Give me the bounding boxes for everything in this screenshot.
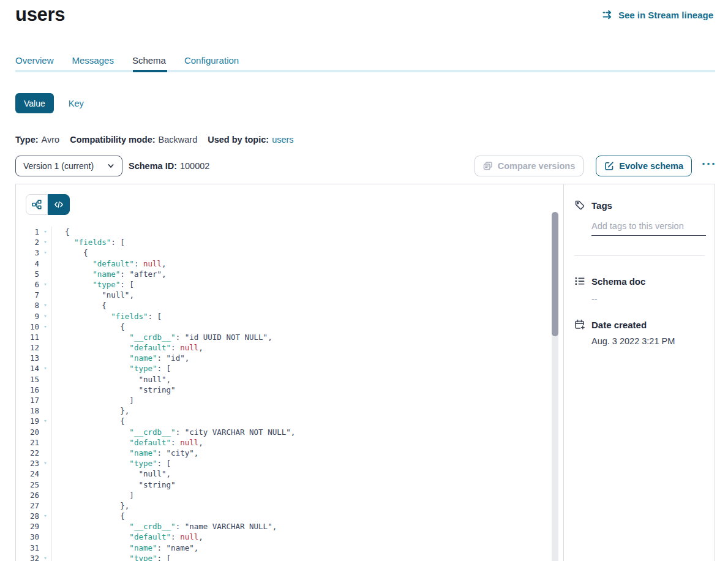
tab-schema[interactable]: Schema <box>132 55 166 66</box>
line-number: 6 <box>16 279 39 290</box>
code-line: 7 "null", <box>16 290 563 300</box>
code-text: "type": [ <box>51 279 134 290</box>
line-number: 15 <box>16 374 39 385</box>
code-line: 10▾ { <box>16 322 563 332</box>
fold-spacer <box>39 521 51 532</box>
add-tags-input[interactable] <box>591 221 706 236</box>
code-line: 11 "__crdb__": "id UUID NOT NULL", <box>16 332 563 342</box>
code-view-toggle <box>26 194 70 215</box>
code-text: "default": null, <box>51 258 167 269</box>
fold-spacer <box>39 500 51 511</box>
fold-arrow-icon[interactable]: ▾ <box>39 247 51 258</box>
schema-id-label: Schema ID: <box>129 161 177 171</box>
line-number: 5 <box>16 269 39 279</box>
code-text: { <box>51 247 88 258</box>
line-number: 4 <box>16 258 39 269</box>
fold-arrow-icon[interactable]: ▾ <box>39 311 51 322</box>
fold-arrow-icon[interactable]: ▾ <box>39 227 51 237</box>
more-options-button[interactable]: ··· <box>700 160 718 171</box>
line-number: 14 <box>16 363 39 374</box>
evolve-schema-button[interactable]: Evolve schema <box>596 156 692 176</box>
line-number: 21 <box>16 437 39 448</box>
compatibility-value: Backward <box>159 135 198 145</box>
topic-link[interactable]: users <box>272 135 293 145</box>
schema-meta-row: Type: Avro Compatibility mode: Backward … <box>15 135 294 145</box>
code-line: 14▾ "type": [ <box>16 363 563 374</box>
fold-arrow-icon[interactable]: ▾ <box>39 416 51 426</box>
code-text: { <box>51 227 70 237</box>
fold-arrow-icon[interactable]: ▾ <box>39 300 51 311</box>
fold-spacer <box>39 374 51 385</box>
line-number: 18 <box>16 405 39 416</box>
line-number: 32 <box>16 553 39 561</box>
tab-configuration[interactable]: Configuration <box>184 55 239 66</box>
version-select[interactable]: Version 1 (current) <box>15 156 122 176</box>
calendar-plus-icon <box>574 319 585 330</box>
fold-spacer <box>39 427 51 437</box>
fold-spacer <box>39 385 51 395</box>
code-view-button[interactable] <box>48 194 70 215</box>
compare-versions-button[interactable]: Compare versions <box>475 156 584 176</box>
code-text: "__crdb__": "id UUID NOT NULL", <box>51 332 272 342</box>
code-line: 6▾ "type": [ <box>16 279 563 290</box>
line-number: 12 <box>16 342 39 353</box>
code-line: 17 ] <box>16 395 563 405</box>
line-number: 11 <box>16 332 39 342</box>
fold-arrow-icon[interactable]: ▾ <box>39 237 51 247</box>
compare-icon <box>483 161 493 171</box>
line-number: 19 <box>16 416 39 426</box>
code-text: "string" <box>51 480 176 490</box>
tab-overview[interactable]: Overview <box>15 55 54 66</box>
line-number: 17 <box>16 395 39 405</box>
code-icon <box>54 200 64 209</box>
line-number: 27 <box>16 500 39 511</box>
code-text: }, <box>51 500 129 511</box>
fold-spacer <box>39 532 51 542</box>
tab-messages[interactable]: Messages <box>72 55 114 66</box>
value-toggle-button[interactable]: Value <box>15 93 54 113</box>
line-number: 1 <box>16 227 39 237</box>
key-toggle-button[interactable]: Key <box>69 99 84 108</box>
line-number: 2 <box>16 237 39 247</box>
code-line: 25 "string" <box>16 480 563 490</box>
fold-arrow-icon[interactable]: ▾ <box>39 322 51 332</box>
fold-spacer <box>39 437 51 448</box>
line-number: 9 <box>16 311 39 322</box>
fold-arrow-icon[interactable]: ▾ <box>39 511 51 521</box>
fold-spacer <box>39 353 51 363</box>
fold-arrow-icon[interactable]: ▾ <box>39 553 51 561</box>
fold-arrow-icon[interactable]: ▾ <box>39 458 51 469</box>
code-line: 22 "name": "city", <box>16 448 563 458</box>
line-number: 26 <box>16 490 39 500</box>
code-scrollbar-track[interactable] <box>552 212 558 561</box>
stream-lineage-link[interactable]: See in Stream lineage <box>602 9 713 20</box>
code-line: 21 "default": null, <box>16 437 563 448</box>
fold-spacer <box>39 490 51 500</box>
code-line: 15 "null", <box>16 374 563 385</box>
code-scrollbar-thumb[interactable] <box>552 212 558 336</box>
code-line: 31 "name": "name", <box>16 543 563 553</box>
line-number: 22 <box>16 448 39 458</box>
code-line: 13 "name": "id", <box>16 353 563 363</box>
tree-icon <box>32 200 42 209</box>
line-number: 10 <box>16 322 39 332</box>
code-text: "__crdb__": "city VARCHAR NOT NULL", <box>51 427 295 437</box>
schema-page: users See in Stream lineage Overview Mes… <box>0 0 728 561</box>
code-text: { <box>51 511 125 521</box>
fold-arrow-icon[interactable]: ▾ <box>39 363 51 374</box>
tree-view-button[interactable] <box>26 194 48 215</box>
tab-track <box>15 70 715 72</box>
code-line: 19▾ { <box>16 416 563 426</box>
date-created-title: Date created <box>591 320 647 330</box>
code-text: "default": null, <box>51 342 203 353</box>
code-line: 5 "name": "after", <box>16 269 563 279</box>
code-text: }, <box>51 405 129 416</box>
code-text: "type": [ <box>51 553 171 561</box>
code-line: 9▾ "fields": [ <box>16 311 563 322</box>
schema-doc-title: Schema doc <box>591 276 645 287</box>
date-created-section-header: Date created <box>574 318 705 331</box>
compare-versions-label: Compare versions <box>498 161 576 171</box>
type-label: Type: <box>15 135 39 145</box>
fold-arrow-icon[interactable]: ▾ <box>39 279 51 290</box>
type-value: Avro <box>42 135 60 145</box>
